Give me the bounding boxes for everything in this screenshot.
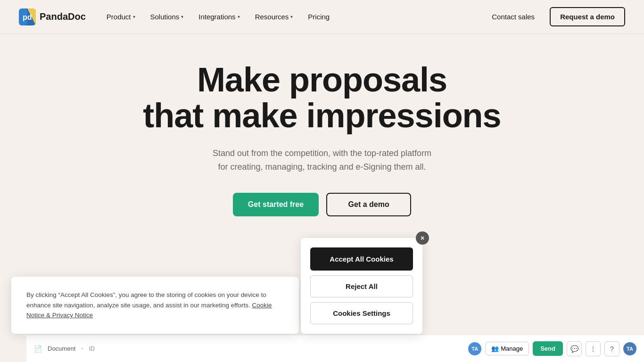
hero-buttons: Get started free Get a demo	[233, 193, 411, 216]
request-demo-button[interactable]: Request a demo	[550, 7, 625, 26]
more-options-button[interactable]: ⋮	[586, 341, 601, 356]
reject-all-button[interactable]: Reject All	[310, 275, 413, 297]
hero-subtitle: Stand out from the competition, with the…	[213, 147, 431, 174]
hero-title: Make proposals that make impressions	[143, 62, 501, 133]
contact-sales-link[interactable]: Contact sales	[484, 9, 542, 25]
nav-item-solutions[interactable]: Solutions ▾	[145, 9, 190, 25]
nav-item-integrations[interactable]: Integrations ▾	[193, 9, 245, 25]
help-button[interactable]: ?	[604, 341, 619, 356]
cookie-banner: By clicking “Accept All Cookies”, you ag…	[11, 277, 299, 334]
svg-text:pd: pd	[23, 13, 32, 21]
bottom-bar-id: ID	[89, 346, 95, 352]
manage-button[interactable]: 👥 Manage	[485, 342, 529, 355]
cookies-settings-button[interactable]: Cookies Settings	[310, 302, 413, 324]
navbar: pd PandaDoc Product ▾ Solutions ▾ Integr…	[0, 0, 644, 34]
nav-right: Contact sales Request a demo	[484, 7, 625, 26]
privacy-notice-link[interactable]: Privacy Notice	[52, 312, 93, 319]
logo-link[interactable]: pd PandaDoc	[19, 8, 86, 25]
bottom-bar-separator: •	[81, 345, 83, 352]
close-button[interactable]: ×	[416, 231, 429, 245]
chevron-down-icon: ▾	[133, 14, 135, 19]
bottom-bar-actions: TA 👥 Manage Send 💬 ⋮ ? TA	[468, 341, 636, 356]
bottom-bar: 📄 Document • ID TA 👥 Manage Send 💬 ⋮ ? T…	[26, 335, 644, 362]
cookie-text: By clicking “Accept All Cookies”, you ag…	[26, 290, 284, 321]
avatar: TA	[468, 342, 481, 355]
manage-icon: 👥	[491, 345, 499, 352]
logo-icon: pd	[19, 8, 36, 25]
accept-all-cookies-button[interactable]: Accept All Cookies	[310, 247, 413, 271]
hero-section: Make proposals that make impressions Sta…	[0, 34, 644, 235]
nav-items: Product ▾ Solutions ▾ Integrations ▾ Res…	[101, 9, 484, 25]
chevron-down-icon: ▾	[181, 14, 183, 19]
document-icon: 📄	[34, 345, 42, 353]
get-started-button[interactable]: Get started free	[233, 193, 319, 216]
chevron-down-icon: ▾	[290, 14, 293, 19]
send-button[interactable]: Send	[533, 341, 563, 356]
bottom-bar-doc-text: Document	[48, 345, 75, 352]
get-demo-button[interactable]: Get a demo	[326, 193, 411, 216]
cookie-actions: × Accept All Cookies Reject All Cookies …	[301, 238, 422, 334]
chat-icon-button[interactable]: 💬	[567, 341, 582, 356]
nav-item-pricing[interactable]: Pricing	[302, 9, 335, 25]
user-avatar: TA	[623, 342, 636, 355]
nav-item-product[interactable]: Product ▾	[101, 9, 141, 25]
logo-text: PandaDoc	[40, 11, 86, 22]
nav-item-resources[interactable]: Resources ▾	[249, 9, 299, 25]
chevron-down-icon: ▾	[238, 14, 240, 19]
